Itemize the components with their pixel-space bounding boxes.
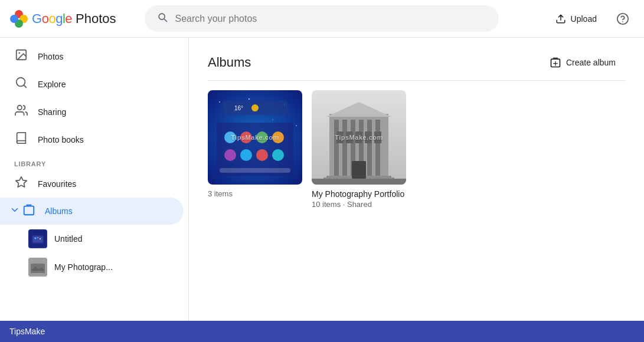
explore-icon <box>14 76 28 92</box>
bottom-bar: TipsMake <box>0 321 644 342</box>
svg-rect-55 <box>365 131 372 143</box>
untitled-album-label: Untitled <box>54 234 82 244</box>
image-icon <box>14 48 28 64</box>
svg-point-34 <box>272 131 284 143</box>
sidebar-label-photos: Photos <box>38 52 64 61</box>
svg-text:16°: 16° <box>234 105 243 111</box>
search-icon <box>156 11 168 26</box>
svg-point-36 <box>240 149 252 161</box>
photos-logo-icon <box>9 9 28 28</box>
svg-marker-9 <box>16 177 27 187</box>
svg-rect-56 <box>374 131 381 143</box>
book-icon <box>14 131 28 147</box>
sidebar-item-sharing[interactable]: Sharing <box>0 98 184 126</box>
svg-point-32 <box>240 131 252 143</box>
svg-point-35 <box>224 149 236 161</box>
help-button[interactable] <box>611 7 635 31</box>
svg-point-25 <box>249 98 250 100</box>
app-body: Photos Explore Sharing <box>0 38 644 321</box>
svg-point-37 <box>256 149 268 161</box>
sidebar-sub-untitled[interactable]: Untitled <box>0 225 188 253</box>
svg-rect-48 <box>375 120 380 179</box>
albums-grid: 16° <box>208 90 625 209</box>
search-bar[interactable] <box>145 5 499 32</box>
album-meta-untitled: 3 items <box>208 189 302 198</box>
svg-rect-58 <box>312 179 406 185</box>
album-thumb-photography: TipsMake.com <box>312 90 406 185</box>
people-icon <box>14 104 28 120</box>
my-photography-label: My Photograp... <box>54 262 113 272</box>
sidebar-sub-my-photography[interactable]: My Photograp... <box>0 253 188 281</box>
sidebar-label-photo-books: Photo books <box>38 135 84 144</box>
sidebar-label-albums: Albums <box>45 206 73 216</box>
svg-point-15 <box>37 237 38 238</box>
star-icon <box>14 176 28 192</box>
svg-point-3 <box>10 15 18 23</box>
album-card-photography[interactable]: TipsMake.com My Photography Portfolio 10… <box>312 90 406 209</box>
svg-point-14 <box>35 238 37 239</box>
svg-point-38 <box>272 149 284 161</box>
svg-point-8 <box>18 106 22 110</box>
svg-rect-53 <box>346 131 353 143</box>
library-section-label: LIBRARY <box>0 153 188 170</box>
header-actions: Upload <box>546 7 635 31</box>
search-input[interactable] <box>175 14 487 24</box>
svg-rect-57 <box>352 161 366 179</box>
section-title: Albums <box>208 55 251 70</box>
svg-rect-54 <box>355 131 362 143</box>
album-card-untitled[interactable]: 16° <box>208 90 302 209</box>
album-title-photography: My Photography Portfolio <box>312 189 406 199</box>
album-meta-photography: 10 items · Shared <box>312 200 406 209</box>
svg-point-31 <box>224 131 236 143</box>
sidebar-label-favourites: Favourites <box>38 179 76 189</box>
svg-rect-30 <box>217 123 293 176</box>
untitled-album-thumb <box>28 229 47 248</box>
svg-point-33 <box>256 131 268 143</box>
svg-point-21 <box>219 101 220 103</box>
album-icon <box>22 203 35 219</box>
logo-photos-text: Photos <box>76 11 116 27</box>
sidebar: Photos Explore Sharing <box>0 38 189 321</box>
my-photography-thumb <box>28 258 47 277</box>
google-photos-logo[interactable]: Google Photos <box>9 9 116 28</box>
section-header: Albums Create album <box>208 52 625 81</box>
bottom-bar-text: TipsMake <box>9 327 45 336</box>
create-album-button[interactable]: Create album <box>540 52 625 73</box>
svg-rect-44 <box>342 120 347 179</box>
app-header: Google Photos Upload <box>0 0 644 38</box>
chevron-down-icon <box>9 205 20 218</box>
svg-point-16 <box>40 238 41 239</box>
sidebar-item-photo-books[interactable]: Photo books <box>0 126 184 153</box>
svg-rect-18 <box>31 264 45 273</box>
svg-rect-52 <box>336 131 344 143</box>
logo-google-text: Google <box>32 11 72 27</box>
svg-rect-47 <box>367 120 372 179</box>
svg-point-26 <box>296 125 297 126</box>
upload-icon <box>555 14 566 24</box>
svg-rect-43 <box>334 120 339 179</box>
svg-point-29 <box>251 104 259 111</box>
help-icon <box>616 12 629 25</box>
svg-rect-39 <box>220 168 290 173</box>
sidebar-label-sharing: Sharing <box>38 107 66 117</box>
main-content: Albums Create album <box>189 38 644 321</box>
upload-button[interactable]: Upload <box>546 9 606 29</box>
add-album-icon <box>550 57 561 68</box>
album-thumb-untitled: 16° <box>208 90 302 185</box>
svg-rect-10 <box>24 206 34 215</box>
sidebar-item-albums[interactable]: Albums <box>0 198 184 225</box>
sidebar-item-photos[interactable]: Photos <box>0 42 184 70</box>
sidebar-item-favourites[interactable]: Favourites <box>0 170 184 198</box>
svg-point-24 <box>272 119 273 120</box>
sidebar-item-explore[interactable]: Explore <box>0 70 184 98</box>
sidebar-label-explore: Explore <box>38 80 66 89</box>
svg-point-6 <box>18 52 20 54</box>
